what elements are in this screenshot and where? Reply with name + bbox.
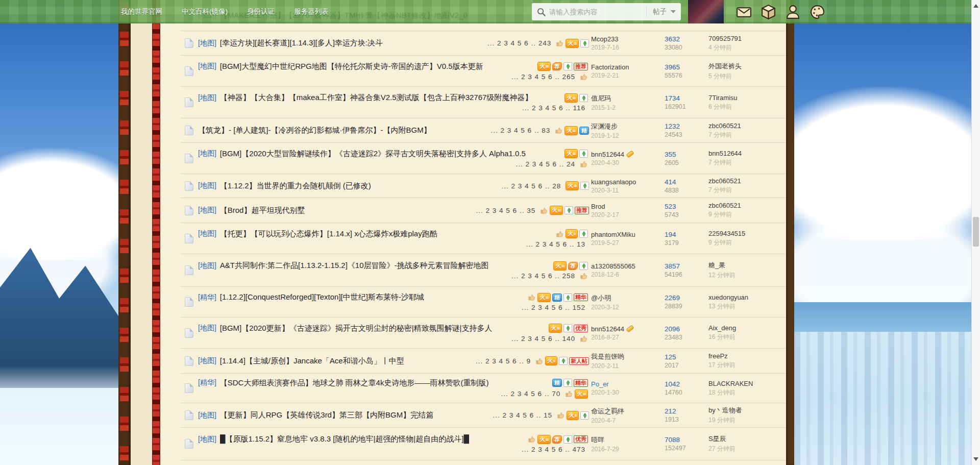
thread-category-tag[interactable]: [地图] (198, 93, 216, 103)
profile-icon[interactable] (785, 4, 801, 20)
thread-author[interactable]: 唔咩 (591, 435, 665, 445)
thread-author[interactable]: Brod (591, 203, 665, 210)
thread-title[interactable]: [BGM]【2020更新】《古迹迷踪》揭开古文明尘封的秘密|精致氛围解谜|支持多… (220, 324, 493, 333)
thread-author[interactable]: phantomXMiku (591, 231, 665, 238)
thread-author[interactable]: Factorization (591, 63, 665, 71)
thread-category-tag[interactable]: [精华] (198, 378, 216, 387)
last-reply-user[interactable]: zbc060521 (708, 177, 786, 185)
last-reply-time[interactable]: 27 分钟前 (708, 445, 786, 453)
user-avatar[interactable] (688, 0, 724, 23)
thread-author[interactable]: Po_er (591, 380, 665, 388)
page-links[interactable]: ... 2 3 4 5 6 .. 140 (511, 335, 575, 342)
thread-title[interactable]: [1.12.2][ConquestReforged][Texton][中世纪]斯… (220, 292, 424, 302)
last-reply-time[interactable]: 7 分钟前 (708, 186, 786, 194)
thread-category-tag[interactable]: [地图] (198, 324, 216, 333)
last-reply-user[interactable]: BLACKRAKEN (708, 380, 786, 387)
page-links[interactable]: ... 2 3 4 5 6 .. 35 (476, 207, 536, 214)
page-links[interactable]: ... 2 3 4 5 6 .. 15 (493, 411, 553, 419)
page-links[interactable]: ... 2 3 4 5 6 .. 473 (522, 446, 585, 453)
scroll-thumb[interactable] (973, 217, 979, 247)
last-reply-time[interactable]: 7 分钟前 (708, 131, 786, 139)
last-reply-user[interactable]: xuedongyuan (708, 293, 786, 301)
thread-category-tag[interactable]: [地图] (198, 411, 216, 420)
scroll-up-arrow[interactable] (973, 4, 978, 8)
thread-title[interactable]: [幸运方块][超长赛道][1.14.3][多人]幸运方块:决斗 (220, 38, 383, 48)
block-icon[interactable] (760, 4, 777, 20)
last-reply-user[interactable]: 709525791 (708, 35, 786, 42)
thread-title[interactable]: █【原版1.15.2】窒息地牢 v3.8.3 [随机的地牢|超强的怪物|超自由的… (220, 434, 469, 444)
last-reply-user[interactable]: 糖_果 (708, 261, 786, 270)
thread-author[interactable]: Mcop233 (591, 35, 665, 43)
thread-title[interactable]: [BGM]【2020大型冒险解谜续作】《古迹迷踪2》探寻古文明失落秘密|支持多人… (220, 149, 526, 159)
thread-title[interactable]: 【筑龙】- [单人建筑]-【冷冽谷的幻影都城·伊鲁席尔】-【内附BGM】 (198, 126, 431, 135)
thread-category-tag[interactable]: [地图] (198, 435, 216, 444)
page-links[interactable]: ... 2 3 4 5 6 .. 83 (491, 127, 551, 134)
thread-category-tag[interactable]: [地图] (198, 181, 216, 190)
page-links[interactable]: ... 2 3 4 5 6 .. 28 (502, 182, 561, 190)
scroll-down-arrow[interactable] (973, 457, 978, 461)
page-links[interactable]: ... 2 3 4 5 6 .. 70 (501, 390, 561, 398)
last-reply-time[interactable]: 13 分钟前 (708, 302, 786, 311)
last-reply-user[interactable]: freePz (708, 352, 786, 360)
thread-title[interactable]: 【更新】同人RPG【英雄传说3rd】第三部【内附BGM】完结篇 (220, 410, 433, 420)
search-input[interactable] (549, 8, 646, 16)
last-reply-user[interactable]: 2259434515 (708, 230, 786, 237)
thread-category-tag[interactable]: [地图] (198, 261, 216, 271)
thread-category-tag[interactable]: [地图] (198, 206, 216, 215)
palette-icon[interactable] (809, 4, 826, 20)
last-reply-time[interactable]: 19 分钟前 (708, 416, 786, 425)
thread-author[interactable]: kuangsanlaopo (591, 178, 665, 186)
last-reply-time[interactable]: 6 分钟前 (708, 103, 786, 111)
page-links[interactable]: ... 2 3 4 5 6 .. 243 (487, 39, 551, 47)
thread-title[interactable]: 【神器】【大合集】【makea工作室】神器合集V2.5测试版【包含上百种3276… (220, 93, 533, 103)
last-reply-user[interactable]: 7Tiramisu (708, 94, 786, 102)
message-icon[interactable] (736, 4, 752, 20)
search-type-select[interactable]: 帖子 (646, 6, 681, 17)
last-reply-time[interactable]: 4 分钟前 (708, 43, 786, 52)
scrollbar[interactable] (971, 0, 980, 465)
thread-category-tag[interactable]: [地图] (198, 39, 216, 48)
nav-link-wiki[interactable]: 中文百科(镜像) (182, 7, 228, 16)
page-links[interactable]: ... 2 3 4 5 6 .. 24 (516, 160, 575, 168)
thread-title[interactable]: A&T共同制作:第二作品[1.13.2-1.15.2]《10层冒险》-挑战多种元… (220, 261, 489, 271)
nav-link-server-list[interactable]: 服务器列表 (294, 7, 329, 16)
thread-category-tag[interactable]: [地图] (198, 149, 216, 158)
last-reply-time[interactable]: 9 分钟前 (708, 210, 786, 219)
thread-author[interactable]: bnn512644 (591, 325, 665, 333)
page-links[interactable]: ... 2 3 4 5 6 .. 265 (511, 73, 575, 81)
last-reply-time[interactable]: 5 分钟前 (708, 72, 786, 81)
thread-category-tag[interactable]: [精华] (198, 293, 216, 302)
last-reply-time[interactable]: 7 分钟前 (708, 158, 786, 167)
thread-title[interactable]: [1.14.4]【主城/原创】Jancake「Ace和谐小岛」丨中型 (220, 356, 404, 366)
page-links[interactable]: ... 2 3 4 5 6 .. 258 (511, 272, 575, 280)
thread-author[interactable]: 值尼玛 (591, 94, 665, 103)
page-links[interactable]: ... 2 3 4 5 6 .. 13 (526, 240, 585, 248)
last-reply-user[interactable]: zbc060521 (708, 202, 786, 209)
thread-title[interactable]: 【SDC大师组表演赛作品】地球之肺 雨林之章4k史诗地形——雨林赞歌(重制版) (220, 378, 489, 388)
last-reply-user[interactable]: 外国老裤头 (708, 62, 786, 71)
last-reply-user[interactable]: zbc060521 (708, 122, 786, 130)
last-reply-user[interactable]: by丶造物者 (708, 406, 786, 415)
nav-link-identity[interactable]: 身份认证 (247, 7, 275, 16)
thread-author[interactable]: 我是煎饼哟 (591, 352, 665, 361)
thread-category-tag[interactable]: [地图] (198, 356, 216, 365)
last-reply-user[interactable]: bnn512644 (708, 150, 786, 157)
thread-author[interactable]: 命运之羁绊 (591, 407, 665, 416)
page-links[interactable]: ... 2 3 4 5 6 .. 116 (522, 104, 585, 112)
last-reply-time[interactable]: 18 分钟前 (708, 388, 786, 397)
thread-category-tag[interactable]: [地图] (198, 229, 216, 238)
thread-title[interactable]: 【托更】【可以玩到心态爆炸】[1.14.x] x心态爆炸x极难play跑酷 (220, 229, 437, 239)
last-reply-time[interactable]: 17 分钟前 (708, 361, 786, 370)
thread-title[interactable]: [BGM]大型魔幻中世纪RPG地图【特伦托尔斯史诗-帝国的遗产】V0.5版本更新 (220, 62, 483, 71)
thread-category-tag[interactable]: [地图] (198, 62, 216, 71)
thread-title[interactable]: 【Brod】超平坦现代别墅 (220, 206, 305, 215)
last-reply-time[interactable]: 9 分钟前 (708, 238, 786, 247)
last-reply-user[interactable]: S星辰 (708, 434, 786, 444)
thread-title[interactable]: 【1.12.2】当世界的重力会随机颠倒 (已修改) (220, 181, 371, 191)
thread-author[interactable]: bnn512644 (591, 151, 665, 158)
thread-author[interactable]: 深渊漫步 (591, 122, 665, 131)
nav-link-official-site[interactable]: 我的世界官网 (121, 7, 162, 16)
last-reply-time[interactable]: 16 分钟前 (708, 333, 786, 341)
last-reply-time[interactable]: 12 分钟前 (708, 271, 786, 280)
page-links[interactable]: ... 2 3 4 5 6 .. 152 (522, 304, 585, 311)
